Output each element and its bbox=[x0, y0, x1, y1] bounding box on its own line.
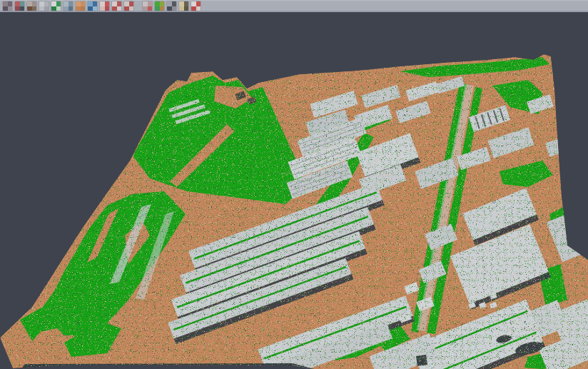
toolbar-clear-selection-icon[interactable] bbox=[179, 1, 188, 11]
toolbar-vegetation-class-icon[interactable] bbox=[51, 1, 61, 11]
toolbar-noise-filter-icon[interactable] bbox=[143, 1, 152, 11]
toolbar-classified-view-icon[interactable] bbox=[155, 1, 164, 11]
icon-pixel bbox=[32, 6, 37, 11]
icon-pixel bbox=[148, 6, 153, 11]
icon-pixel bbox=[160, 6, 165, 11]
toolbar-classify-points-icon[interactable] bbox=[15, 1, 24, 11]
toolbar-globe-view-icon[interactable] bbox=[88, 1, 97, 11]
toolbar-rect-select-icon[interactable] bbox=[124, 1, 133, 11]
toolbar-terrain-model-icon[interactable] bbox=[27, 1, 36, 11]
point-cloud-render bbox=[0, 13, 588, 369]
icon-pixel bbox=[129, 6, 134, 11]
toolbar-list-tool-icon[interactable] bbox=[100, 1, 109, 11]
icon-pixel bbox=[105, 6, 110, 11]
icon-pixel bbox=[69, 6, 74, 11]
toolbar-open-cloud-icon[interactable] bbox=[3, 1, 12, 11]
toolbar bbox=[0, 0, 588, 12]
icon-pixel bbox=[184, 6, 189, 11]
icon-pixel bbox=[20, 6, 25, 11]
viewport-3d[interactable] bbox=[0, 13, 588, 369]
icon-pixel bbox=[56, 6, 61, 11]
toolbar-snapshot-icon[interactable] bbox=[167, 1, 176, 11]
icon-pixel bbox=[8, 6, 13, 11]
icon-pixel bbox=[172, 6, 177, 11]
toolbar-circle-select-icon[interactable] bbox=[112, 1, 121, 11]
toolbar-ground-class-icon[interactable] bbox=[76, 1, 85, 11]
icon-pixel bbox=[81, 6, 86, 11]
icon-pixel bbox=[44, 6, 49, 11]
toolbar-measure-icon[interactable] bbox=[191, 1, 201, 11]
icon-pixel bbox=[93, 6, 98, 11]
icon-pixel bbox=[196, 6, 201, 11]
icon-pixel bbox=[117, 6, 122, 11]
application-window bbox=[0, 0, 588, 369]
toolbar-point-density-icon[interactable] bbox=[39, 1, 49, 11]
toolbar-profile-view-icon[interactable] bbox=[64, 1, 73, 11]
